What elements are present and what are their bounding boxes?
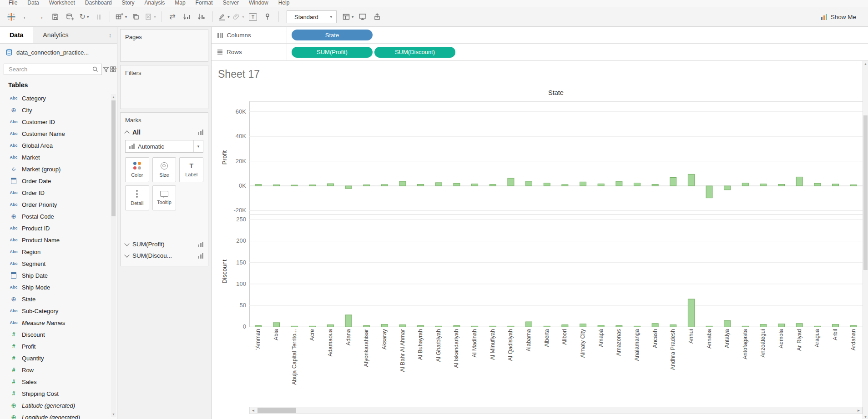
menu-item[interactable]: Data	[22, 0, 44, 7]
field-row[interactable]: Abc ⊕ ⊕ ∪ # Ship Mode	[0, 281, 117, 293]
bar-profit[interactable]	[580, 182, 586, 186]
columns-drop-area[interactable]: State	[287, 27, 868, 43]
tooltip-button[interactable]: Tooltip	[152, 185, 177, 210]
menu-item[interactable]: File	[4, 0, 22, 7]
x-axis-label[interactable]: Amazonas	[616, 329, 622, 404]
search-box[interactable]	[4, 64, 102, 75]
mark-type-dropdown[interactable]: Automatic ▾	[125, 140, 203, 153]
x-axis-label[interactable]: Antalya	[724, 329, 731, 404]
bar-discount[interactable]	[598, 325, 604, 327]
x-axis-label[interactable]: Acre	[309, 329, 316, 404]
bar-discount[interactable]	[850, 326, 857, 327]
field-row[interactable]: Abc ⊕ ⊕ ∪ # State	[0, 293, 117, 305]
bar-discount[interactable]	[544, 326, 550, 327]
pane-swap-icon[interactable]: ↕	[103, 27, 117, 43]
field-row[interactable]: Abc ⊕ ⊕ ∪ # Row	[0, 364, 117, 376]
tab-data[interactable]: Data	[0, 27, 33, 43]
bar-profit[interactable]	[670, 178, 676, 186]
bar-discount[interactable]	[742, 326, 748, 327]
field-row[interactable]: Abc ⊕ ⊕ ∪ # Global Area	[0, 140, 117, 151]
bar-profit[interactable]	[418, 185, 424, 186]
undo-button[interactable]: ←	[19, 10, 33, 24]
field-row[interactable]: Abc ⊕ ⊕ ∪ # Ship Date	[0, 269, 117, 281]
field-row[interactable]: Abc ⊕ ⊕ ∪ # Product ID	[0, 222, 117, 234]
bar-discount[interactable]	[652, 324, 658, 327]
rows-drop-area[interactable]: SUM(Profit)SUM(Discount)	[287, 44, 868, 60]
bar-profit[interactable]	[345, 186, 352, 189]
field-row[interactable]: Abc ⊕ ⊕ ∪ # Discount	[0, 329, 117, 340]
bar-discount[interactable]	[418, 326, 424, 327]
scrollbar-thumb[interactable]	[863, 115, 868, 270]
group-members-button[interactable]: ▾	[232, 10, 245, 24]
new-worksheet-button[interactable]: ▾	[114, 10, 128, 24]
x-axis-label[interactable]: Al Qadisiyah	[507, 329, 514, 404]
bar-profit[interactable]	[291, 185, 298, 186]
column-axis-header[interactable]: State	[249, 89, 863, 96]
menu-item[interactable]: Dashboard	[80, 0, 117, 7]
bar-profit[interactable]	[598, 184, 604, 186]
bar-discount[interactable]	[833, 324, 839, 327]
field-row[interactable]: Abc ⊕ ⊕ ∪ # Customer ID	[0, 116, 117, 128]
menu-item[interactable]: Analysis	[140, 0, 170, 7]
fit-mode-dropdown[interactable]: Standard ▾	[287, 10, 337, 23]
scrollbar-thumb[interactable]	[257, 408, 296, 413]
x-axis-label[interactable]: Aragua	[814, 329, 821, 404]
sheet-title[interactable]: Sheet 17	[218, 68, 260, 80]
bar-profit[interactable]	[309, 185, 316, 186]
measure-pill[interactable]: SUM(Profit)	[292, 47, 373, 58]
x-axis-label[interactable]: Adana	[345, 329, 352, 404]
field-row[interactable]: Abc ⊕ ⊕ ∪ # Profit	[0, 340, 117, 352]
show-hide-cards-button[interactable]: ▾	[341, 10, 355, 24]
pages-shelf[interactable]: Pages	[120, 29, 208, 62]
bar-discount[interactable]	[454, 326, 460, 327]
bar-discount[interactable]	[472, 326, 478, 327]
field-row[interactable]: Abc ⊕ ⊕ ∪ # City	[0, 104, 117, 116]
menu-item[interactable]: Window	[244, 0, 273, 7]
highlight-button[interactable]: ▾	[217, 10, 231, 24]
sort-ascending-button[interactable]	[180, 10, 194, 24]
fit-mode-caret[interactable]: ▾	[326, 11, 336, 23]
duplicate-button[interactable]	[129, 10, 142, 24]
x-axis-label[interactable]: Ardahan	[850, 329, 857, 404]
x-axis-label[interactable]: Alberta	[544, 329, 550, 404]
bar-discount[interactable]	[273, 323, 280, 327]
field-row[interactable]: Abc ⊕ ⊕ ∪ # Shipping Cost	[0, 388, 117, 399]
field-row[interactable]: Abc ⊕ ⊕ ∪ # Measure Names	[0, 317, 117, 329]
x-axis-label[interactable]: Analamanga	[634, 329, 641, 404]
bar-discount[interactable]	[490, 326, 496, 327]
x-axis-label[interactable]: Alibori	[561, 329, 568, 404]
x-axis-label[interactable]: Al Buhayrah	[417, 329, 424, 404]
field-row[interactable]: Abc ⊕ ⊕ ∪ # Longitude (generated)	[0, 411, 117, 419]
bar-profit[interactable]	[472, 184, 478, 186]
bar-profit[interactable]	[544, 183, 550, 186]
bar-discount[interactable]	[814, 326, 821, 327]
detail-button[interactable]: Detail	[125, 185, 149, 210]
bar-discount[interactable]	[255, 326, 262, 327]
x-axis-label[interactable]: Aqmola	[778, 329, 785, 404]
x-axis-label[interactable]: Afyonkarahisar	[363, 329, 370, 404]
bar-discount[interactable]	[796, 324, 802, 327]
bar-profit[interactable]	[363, 185, 370, 186]
show-me-button[interactable]: Show Me	[821, 14, 863, 20]
x-axis-label[interactable]: Al Minufiyah	[490, 329, 496, 404]
bar-discount[interactable]	[327, 325, 333, 327]
bar-discount[interactable]	[706, 326, 712, 327]
discount-axis-title[interactable]: Discount	[221, 244, 228, 299]
bar-discount[interactable]	[724, 320, 731, 327]
x-axis-label[interactable]: Alabama	[525, 329, 532, 404]
bar-discount[interactable]	[291, 326, 298, 327]
bar-profit[interactable]	[778, 185, 785, 186]
x-axis-label[interactable]: Annaba	[706, 329, 713, 404]
bar-profit[interactable]	[706, 186, 712, 198]
bar-profit[interactable]	[399, 181, 406, 186]
field-row[interactable]: Abc ⊕ ⊕ ∪ # Market	[0, 151, 117, 163]
field-row[interactable]: Abc ⊕ ⊕ ∪ # Customer Name	[0, 128, 117, 140]
bar-profit[interactable]	[562, 185, 568, 186]
bar-discount[interactable]	[688, 299, 694, 327]
size-button[interactable]: Size	[152, 157, 177, 182]
bar-profit[interactable]	[850, 185, 857, 186]
x-axis-label[interactable]: 'Amman	[255, 329, 262, 404]
data-source-connection[interactable]: data_connection_practice...	[0, 44, 117, 61]
mark-type-caret[interactable]: ▾	[193, 140, 203, 152]
sort-descending-button[interactable]	[195, 10, 208, 24]
